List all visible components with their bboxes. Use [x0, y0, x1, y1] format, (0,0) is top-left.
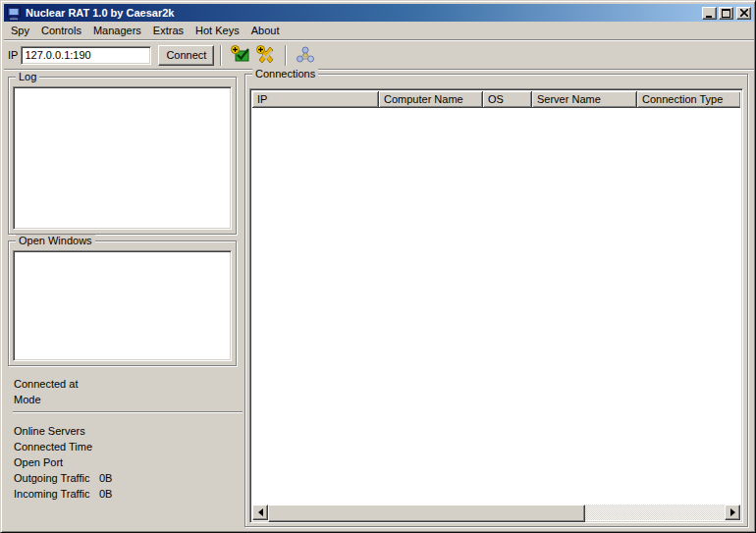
menu-item-extras[interactable]: Extras: [147, 23, 189, 38]
connections-group-title: Connections: [252, 68, 318, 80]
scroll-left-icon: [258, 508, 263, 516]
outgoing-traffic-value: 0B: [99, 472, 112, 484]
network-button[interactable]: [294, 43, 317, 67]
network-icon: [296, 45, 315, 65]
toolbar-separator: [285, 45, 287, 66]
maximize-icon: [722, 9, 730, 18]
column-header-ip[interactable]: IP: [252, 91, 379, 108]
edit-server-button[interactable]: [254, 43, 278, 67]
connections-table: IP Computer Name OS Server Name Connecti…: [249, 88, 743, 523]
column-header-computer-name[interactable]: Computer Name: [379, 91, 483, 108]
close-button[interactable]: [736, 7, 751, 20]
open-windows-list[interactable]: [13, 250, 232, 361]
open-windows-group-title: Open Windows: [16, 235, 95, 246]
scroll-left-button[interactable]: [252, 505, 268, 520]
connections-table-body[interactable]: [252, 108, 740, 505]
monitor-icon: [7, 6, 22, 20]
minimize-icon: [706, 9, 714, 18]
incoming-traffic-label: Incoming Traffic: [14, 488, 89, 500]
open-port-label: Open Port: [14, 456, 63, 468]
close-icon: [740, 9, 748, 17]
incoming-traffic-value: 0B: [99, 488, 112, 500]
log-list[interactable]: [13, 86, 232, 230]
app-icon[interactable]: [7, 6, 22, 20]
scroll-right-icon: [730, 508, 735, 516]
app-window: Nuclear RAT 1.0 by Caesar2k Spy Controls…: [0, 0, 756, 533]
menu-bar: Spy Controls Managers Extras Hot Keys Ab…: [4, 22, 754, 40]
column-header-server-name[interactable]: Server Name: [532, 91, 637, 108]
mode-label: Mode: [14, 394, 41, 405]
menu-item-managers[interactable]: Managers: [87, 23, 147, 38]
scrollbar-track[interactable]: [585, 505, 725, 520]
menu-item-about[interactable]: About: [245, 23, 286, 38]
new-server-button[interactable]: [229, 43, 252, 67]
client-area: Log Open Windows Connected at Mode Onlin…: [4, 70, 754, 531]
toolbar-separator: [220, 45, 222, 66]
column-header-connection-type[interactable]: Connection Type: [637, 91, 740, 108]
column-header-os[interactable]: OS: [483, 91, 532, 108]
scroll-right-button[interactable]: [725, 505, 740, 520]
open-windows-groupbox: Open Windows: [8, 240, 237, 366]
menu-item-hot-keys[interactable]: Hot Keys: [189, 23, 245, 38]
edit-server-icon: [256, 45, 276, 65]
connections-table-header: IP Computer Name OS Server Name Connecti…: [252, 91, 740, 108]
connections-groupbox: Connections IP Computer Name OS Server N…: [244, 74, 748, 527]
ip-label: IP: [8, 49, 18, 61]
title-bar: Nuclear RAT 1.0 by Caesar2k: [4, 4, 754, 22]
ip-input[interactable]: [21, 46, 151, 65]
outgoing-traffic-label: Outgoing Traffic: [14, 472, 89, 484]
new-server-icon: [231, 45, 250, 65]
log-group-title: Log: [16, 71, 39, 82]
connected-time-label: Connected Time: [14, 441, 92, 453]
status-divider: [13, 411, 243, 413]
maximize-button[interactable]: [719, 7, 733, 20]
menu-item-spy[interactable]: Spy: [5, 23, 35, 38]
menu-item-controls[interactable]: Controls: [35, 23, 87, 38]
window-title: Nuclear RAT 1.0 by Caesar2k: [26, 7, 700, 19]
log-groupbox: Log: [8, 77, 237, 235]
horizontal-scrollbar: [252, 505, 740, 520]
online-servers-label: Online Servers: [14, 425, 85, 437]
toolbar: IP Connect: [4, 40, 754, 70]
connected-at-label: Connected at: [14, 378, 78, 390]
minimize-button[interactable]: [702, 7, 717, 20]
connect-button[interactable]: Connect: [158, 45, 214, 66]
scrollbar-thumb[interactable]: [268, 505, 585, 522]
